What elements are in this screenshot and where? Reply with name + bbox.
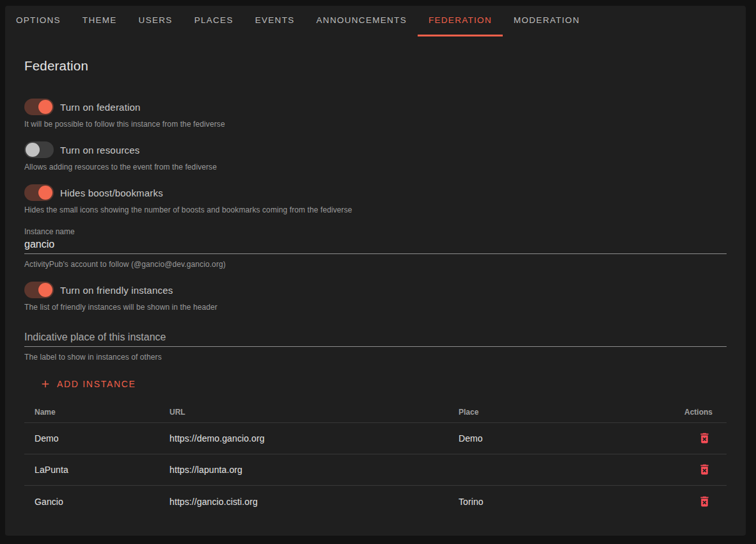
friendly-instances-toggle[interactable]	[24, 282, 54, 298]
instance-url-cell: https://lapunta.org	[159, 465, 448, 475]
friendly-instances-toggle-label: Turn on friendly instances	[60, 285, 173, 296]
federation-toggle-hint: It will be possible to follow this insta…	[24, 120, 727, 129]
instance-name-cell: LaPunta	[24, 465, 159, 475]
resources-toggle-label: Turn on resources	[60, 145, 140, 156]
hide-boosts-toggle[interactable]	[24, 184, 54, 201]
instance-place-hint: The label to show in instances of others	[24, 353, 727, 362]
instance-name-label: Instance name	[24, 227, 727, 236]
tab-theme[interactable]: THEME	[72, 6, 128, 36]
instance-name-cell: Demo	[24, 433, 159, 444]
instance-url-cell: https://demo.gancio.org	[159, 433, 448, 444]
delete-instance-button[interactable]	[697, 461, 713, 477]
setting-friendly-instances: Turn on friendly instances The list of f…	[24, 281, 727, 312]
tab-announcements[interactable]: ANNOUNCEMENTS	[306, 6, 418, 36]
resources-toggle[interactable]	[24, 141, 54, 158]
table-header-url: URL	[159, 408, 448, 417]
page-title: Federation	[24, 58, 727, 74]
instance-name-field: Instance name gancio ActivityPub's accou…	[24, 227, 727, 269]
plus-icon	[40, 378, 51, 390]
instance-place-cell: Demo	[448, 433, 656, 444]
tab-options[interactable]: OPTIONS	[5, 6, 72, 36]
setting-resources: Turn on resources Allows adding resource…	[24, 141, 727, 172]
instance-place-field: Indicative place of this instance The la…	[24, 332, 727, 362]
trash-icon	[698, 431, 711, 445]
setting-federation: Turn on federation It will be possible t…	[24, 98, 727, 129]
admin-panel-card: OPTIONS THEME USERS PLACES EVENTS ANNOUN…	[5, 6, 746, 536]
tab-places[interactable]: PLACES	[184, 6, 244, 36]
add-instance-button-label: ADD INSTANCE	[57, 379, 136, 389]
table-row: LaPunta https://lapunta.org	[24, 454, 727, 486]
table-row: Demo https://demo.gancio.org Demo	[24, 423, 727, 454]
admin-tab-bar: OPTIONS THEME USERS PLACES EVENTS ANNOUN…	[5, 6, 746, 36]
federation-settings: Federation Turn on federation It will be…	[5, 58, 746, 517]
instance-name-cell: Gancio	[24, 497, 159, 507]
instance-name-hint: ActivityPub's account to follow (@gancio…	[24, 260, 727, 269]
instance-place-cell: Torino	[448, 497, 656, 507]
toggle-knob	[38, 100, 52, 114]
trash-icon	[698, 463, 711, 476]
table-header-actions: Actions	[656, 408, 727, 417]
toggle-knob	[26, 143, 40, 157]
friendly-instances-table: Name URL Place Actions Demo https://demo…	[24, 401, 727, 517]
add-instance-button[interactable]: ADD INSTANCE	[36, 376, 140, 392]
table-header-name: Name	[24, 408, 159, 417]
federation-toggle[interactable]	[24, 99, 54, 115]
setting-hide-boosts: Hides boost/bookmarks Hides the small ic…	[24, 184, 727, 214]
table-header-row: Name URL Place Actions	[24, 401, 727, 423]
federation-toggle-label: Turn on federation	[60, 102, 141, 113]
tab-federation[interactable]: FEDERATION	[418, 6, 503, 36]
delete-instance-button[interactable]	[697, 493, 713, 509]
tab-users[interactable]: USERS	[128, 6, 184, 36]
instance-place-input[interactable]: Indicative place of this instance	[24, 332, 727, 347]
resources-toggle-hint: Allows adding resources to the event fro…	[24, 163, 727, 172]
instance-name-input[interactable]: gancio	[24, 239, 727, 254]
trash-icon	[698, 495, 711, 508]
delete-instance-button[interactable]	[697, 430, 713, 446]
tab-events[interactable]: EVENTS	[244, 6, 306, 36]
hide-boosts-toggle-label: Hides boost/bookmarks	[60, 188, 163, 198]
tab-moderation[interactable]: MODERATION	[503, 6, 591, 36]
toggle-knob	[38, 186, 52, 200]
instance-url-cell: https://gancio.cisti.org	[159, 497, 448, 507]
hide-boosts-toggle-hint: Hides the small icons showing the number…	[24, 205, 727, 214]
toggle-knob	[38, 283, 52, 297]
table-row: Gancio https://gancio.cisti.org Torino	[24, 486, 727, 517]
friendly-instances-toggle-hint: The list of friendly instances will be s…	[24, 303, 727, 312]
table-header-place: Place	[448, 408, 656, 417]
